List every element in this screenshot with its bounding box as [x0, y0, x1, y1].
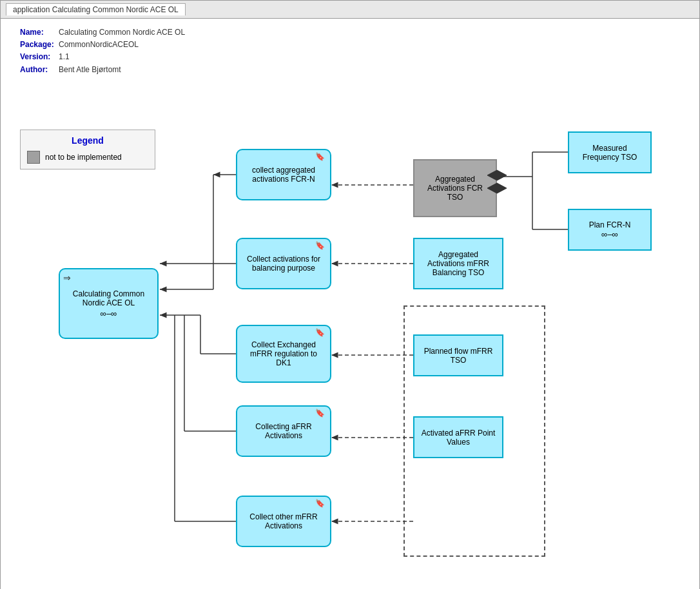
- collect-balancing-label: Collect activations forbalancing purpose: [247, 255, 320, 273]
- aggregated-mfrr-label: AggregatedActivations mFRRBalancing TSO: [427, 250, 489, 277]
- package-value: CommonNordicACEOL: [59, 40, 139, 49]
- plan-fcrn-infinity: ∞–∞: [601, 229, 618, 239]
- measured-freq-label: MeasuredFrequency TSO: [583, 144, 637, 162]
- collect-exchanged-label: Collect ExchangedmFRR regulation toDK1: [250, 340, 317, 367]
- bookmark-icon-afrr: 🔖: [315, 409, 325, 418]
- legend-title: Legend: [27, 135, 148, 146]
- activated-afrr-label: Activated aFRR PointValues: [422, 429, 496, 447]
- plan-fcrn-label: Plan FCR-N: [589, 220, 631, 229]
- legend-gray-box: [27, 151, 40, 164]
- collect-other-label: Collect other mFRRActivations: [249, 512, 317, 530]
- name-label: Name:: [20, 26, 59, 39]
- bookmark-icon-balancing: 🔖: [315, 241, 325, 250]
- measured-freq-node[interactable]: MeasuredFrequency TSO: [568, 131, 652, 173]
- author-label: Author:: [20, 64, 59, 76]
- author-value: Bent Atle Bjørtomt: [59, 65, 121, 74]
- name-value: Calculating Common Nordic ACE OL: [59, 28, 185, 37]
- collect-fcr-label: collect aggregatedactivations FCR-N: [252, 166, 315, 184]
- planned-flow-label: Planned flow mFRRTSO: [424, 347, 493, 365]
- diagram-tab[interactable]: application Calculating Common Nordic AC…: [6, 3, 186, 15]
- collect-fcr-node[interactable]: 🔖 collect aggregatedactivations FCR-N: [236, 149, 331, 200]
- version-label: Version:: [20, 51, 59, 63]
- main-process-node[interactable]: ⇒ Calculating CommonNordic ACE OL ∞–∞: [59, 268, 159, 339]
- plan-fcrn-node[interactable]: Plan FCR-N ∞–∞: [568, 209, 652, 251]
- collecting-afrr-label: Collecting aFRRActivations: [255, 422, 311, 440]
- bookmark-icon-fcr: 🔖: [315, 152, 325, 161]
- collect-exchanged-node[interactable]: 🔖 Collect ExchangedmFRR regulation toDK1: [236, 325, 331, 383]
- legend-box: Legend not to be implemented: [20, 130, 155, 169]
- bookmark-icon-other: 🔖: [315, 499, 325, 508]
- main-container: application Calculating Common Nordic AC…: [0, 0, 700, 589]
- collect-balancing-node[interactable]: 🔖 Collect activations forbalancing purpo…: [236, 238, 331, 289]
- meta-info: Name:Calculating Common Nordic ACE OL Pa…: [20, 26, 185, 76]
- aggregated-mfrr-node[interactable]: AggregatedActivations mFRRBalancing TSO: [413, 238, 503, 289]
- arrow-icon: ⇒: [63, 273, 71, 283]
- main-process-label: Calculating CommonNordic ACE OL: [73, 289, 144, 307]
- infinity-icon: ∞–∞: [101, 309, 117, 318]
- planned-flow-node[interactable]: Planned flow mFRRTSO: [413, 334, 503, 376]
- tab-bar: application Calculating Common Nordic AC…: [1, 1, 699, 19]
- aggregated-fcr-label: AggregatedActivations FCRTSO: [427, 175, 483, 202]
- collecting-afrr-node[interactable]: 🔖 Collecting aFRRActivations: [236, 405, 331, 457]
- legend-item: not to be implemented: [27, 151, 148, 164]
- aggregated-fcr-node[interactable]: AggregatedActivations FCRTSO: [413, 159, 497, 217]
- bookmark-icon-exchanged: 🔖: [315, 328, 325, 337]
- legend-item-label: not to be implemented: [45, 153, 122, 162]
- version-value: 1.1: [59, 52, 70, 61]
- package-label: Package:: [20, 39, 59, 51]
- collect-other-node[interactable]: 🔖 Collect other mFRRActivations: [236, 496, 331, 547]
- activated-afrr-node[interactable]: Activated aFRR PointValues: [413, 416, 503, 458]
- content-area: Name:Calculating Common Nordic ACE OL Pa…: [1, 19, 699, 589]
